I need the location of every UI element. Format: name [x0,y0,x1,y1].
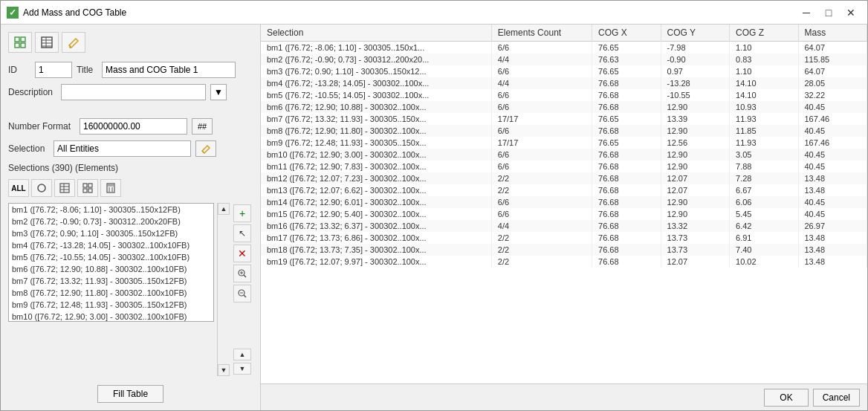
table-row[interactable]: bm18 ([76.72; 13.73; 7.35] - 300302..100… [261,244,867,256]
table-row[interactable]: bm8 ([76.72; 12.90; 11.80] - 300302..100… [261,125,867,137]
cell-count: 2/2 [491,256,592,268]
table-row[interactable]: bm13 ([76.72; 12.07; 6.62] - 300302..100… [261,184,867,196]
list-item[interactable]: bm2 ([76.72; -0.90; 0.73] - 300312..200x… [9,216,213,227]
table-row[interactable]: bm15 ([76.72; 12.90; 5.40] - 300302..100… [261,208,867,220]
cell-count: 2/2 [491,232,592,244]
cell-mass: 40.45 [798,161,867,172]
cell-cogx: 76.68 [592,232,661,244]
table-icon-button[interactable] [35,32,59,53]
cell-cogy: 12.90 [661,161,729,172]
description-dropdown-button[interactable]: ▼ [210,84,227,100]
cell-cogx: 76.68 [592,244,661,256]
cell-cogx: 76.68 [592,161,661,172]
cell-selection: bm11 ([76.72; 12.90; 7.83] - 300302..100… [261,161,491,172]
cancel-button[interactable]: Cancel [813,389,860,407]
cell-cogy: -13.28 [661,77,729,89]
calc-icon-button[interactable] [100,179,121,197]
col-header-selection: Selection [261,25,491,42]
title-input[interactable] [102,62,236,78]
list-item[interactable]: bm1 ([76.72; -8.06; 1.10] - 300305..150x… [9,204,213,216]
table-header-row: Selection Elements Count COG X COG Y COG… [261,25,867,42]
cell-selection: bm3 ([76.72; 0.90; 1.10] - 300305..150x1… [261,65,491,77]
selections-list[interactable]: bm1 ([76.72; -8.06; 1.10] - 300305..150x… [8,203,214,322]
grid2-icon-button[interactable] [77,179,98,197]
left-panel: ID Title Description ▼ Number Format ## … [1,25,261,410]
selections-icon-row: ALL [8,179,253,197]
add-button[interactable]: + [233,204,251,222]
zoom-in-button[interactable] [233,265,251,282]
list-item[interactable]: bm6 ([76.72; 12.90; 10.88] - 300302..100… [9,263,213,275]
cell-cogx: 76.65 [592,65,661,77]
table-row[interactable]: bm1 ([76.72; -8.06; 1.10] - 300305..150x… [261,42,867,54]
list-item[interactable]: bm4 ([76.72; -13.28; 14.05] - 300302..10… [9,239,213,251]
table-row[interactable]: bm7 ([76.72; 13.32; 11.93] - 300305..150… [261,113,867,125]
table-row[interactable]: bm16 ([76.72; 13.32; 6.37] - 300302..100… [261,220,867,232]
cell-selection: bm19 ([76.72; 12.07; 9.97] - 300302..100… [261,256,491,268]
list-item[interactable]: bm3 ([76.72; 0.90; 1.10] - 300305..150x1… [9,227,213,239]
selection-input[interactable] [54,140,191,157]
table-row[interactable]: bm14 ([76.72; 12.90; 6.01] - 300302..100… [261,196,867,208]
table2-icon-button[interactable] [54,179,75,197]
cell-selection: bm10 ([76.72; 12.90; 3.00] - 300302..100… [261,149,491,161]
svg-rect-22 [88,189,92,192]
selections-list-area: bm1 ([76.72; -8.06; 1.10] - 300305..150x… [8,203,253,376]
cell-cogx: 76.68 [592,77,661,89]
cell-cogz: 6.91 [730,232,798,244]
scroll-list-down-button[interactable]: ▼ [233,363,251,375]
table-row[interactable]: bm17 ([76.72; 13.73; 6.86] - 300302..100… [261,232,867,244]
fill-table-button[interactable]: Fill Table [97,385,163,403]
svg-rect-21 [83,189,87,192]
cell-cogx: 76.65 [592,137,661,149]
cursor-button[interactable]: ↖ [233,224,251,242]
table-container[interactable]: Selection Elements Count COG X COG Y COG… [261,25,867,384]
cell-mass: 13.48 [798,244,867,256]
table-row[interactable]: bm10 ([76.72; 12.90; 3.00] - 300302..100… [261,149,867,161]
all-button[interactable]: ALL [8,179,29,197]
table-row[interactable]: bm5 ([76.72; -10.55; 14.05] - 300302..10… [261,89,867,101]
table-row[interactable]: bm3 ([76.72; 0.90; 1.10] - 300305..150x1… [261,65,867,77]
cell-cogy: -10.55 [661,89,729,101]
list-item[interactable]: bm5 ([76.72; -10.55; 14.05] - 300302..10… [9,251,213,263]
table-row[interactable]: bm4 ([76.72; -13.28; 14.05] - 300302..10… [261,77,867,89]
scroll-down-button[interactable]: ▼ [218,364,230,376]
id-input[interactable] [35,62,72,78]
pencil-icon-button[interactable] [62,32,85,53]
table-row[interactable]: bm6 ([76.72; 12.90; 10.88] - 300302..100… [261,101,867,113]
cell-cogx: 76.68 [592,101,661,113]
table-row[interactable]: bm9 ([76.72; 12.48; 11.93] - 300305..150… [261,137,867,149]
number-format-input[interactable] [80,118,187,135]
cell-cogy: 13.73 [661,232,729,244]
table-row[interactable]: bm2 ([76.72; -0.90; 0.73] - 300312..200x… [261,54,867,65]
cell-cogy: -0.90 [661,54,729,65]
table-row[interactable]: bm12 ([76.72; 12.07; 7.23] - 300302..100… [261,172,867,184]
zoom-out-button[interactable] [233,285,251,302]
minimize-button[interactable]: ─ [796,4,817,22]
description-input[interactable] [61,84,206,100]
list-item[interactable]: bm8 ([76.72; 12.90; 11.80] - 300302..100… [9,287,213,299]
selection-edit-button[interactable] [195,140,216,157]
cell-cogx: 76.65 [592,42,661,54]
cell-mass: 40.45 [798,149,867,161]
main-window: ✓ Add Mass and COG Table ─ □ ✕ [0,0,868,411]
table-row[interactable]: bm11 ([76.72; 12.90; 7.83] - 300302..100… [261,161,867,172]
scroll-up-button[interactable]: ▲ [218,203,230,215]
list-item[interactable]: bm7 ([76.72; 13.32; 11.93] - 300305..150… [9,275,213,287]
list-item[interactable]: bm9 ([76.72; 12.48; 11.93] - 300305..150… [9,299,213,311]
number-format-row: Number Format ## [8,118,253,135]
cell-cogx: 76.68 [592,256,661,268]
table-row[interactable]: bm19 ([76.72; 12.07; 9.97] - 300302..100… [261,256,867,268]
svg-rect-24 [108,184,114,187]
cell-mass: 64.07 [798,42,867,54]
ok-button[interactable]: OK [764,389,808,407]
maximize-button[interactable]: □ [818,4,839,22]
cell-cogz: 7.28 [730,172,798,184]
circle-icon-button[interactable] [31,179,52,197]
cell-mass: 13.48 [798,172,867,184]
list-item[interactable]: bm10 ([76.72; 12.90; 3.00] - 300302..100… [9,311,213,321]
grid-icon-button[interactable] [8,32,32,53]
cell-selection: bm4 ([76.72; -13.28; 14.05] - 300302..10… [261,77,491,89]
scroll-list-up-button[interactable]: ▲ [233,349,251,360]
hash-button[interactable]: ## [192,118,213,135]
close-button[interactable]: ✕ [841,4,861,22]
delete-button[interactable]: ✕ [233,245,251,262]
